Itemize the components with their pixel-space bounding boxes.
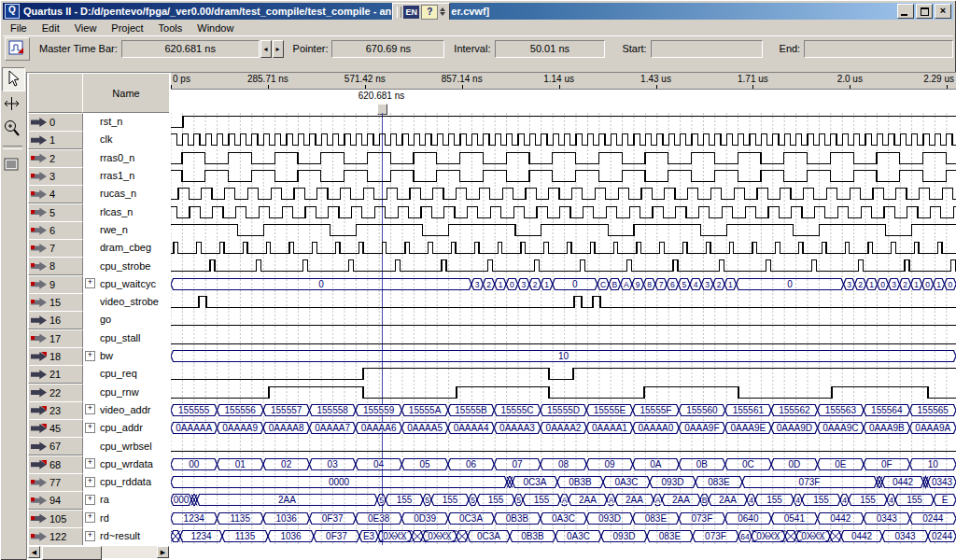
menu-tools[interactable]: Tools xyxy=(151,21,190,35)
signal-number-cell[interactable]: 6 xyxy=(28,221,83,240)
scroll-right-arrow-icon[interactable]: ▶ xyxy=(157,546,169,558)
signal-number-cell[interactable]: 4 xyxy=(28,185,83,203)
signal-number-cell[interactable]: 77 xyxy=(28,473,83,492)
wave-row-cpu_waitcyc[interactable]: 032103210CBA98765432103210321010 xyxy=(171,275,956,294)
signal-row-cpu_req[interactable]: cpu_req xyxy=(83,365,169,382)
signal-row-cpu_rnw[interactable]: cpu_rnw xyxy=(83,384,169,400)
selection-tool-button[interactable] xyxy=(2,67,25,91)
signal-row-rwe_n[interactable]: rwe_n xyxy=(83,221,169,238)
signal-number-cell[interactable]: 2 xyxy=(28,149,83,168)
group-expand-button[interactable]: + xyxy=(85,423,95,433)
signal-row-cpu_wrbsel[interactable]: cpu_wrbsel xyxy=(83,437,169,454)
menu-edit[interactable]: Edit xyxy=(35,21,67,35)
signal-number-cell[interactable]: 9 xyxy=(28,275,83,294)
language-bar-grip[interactable] xyxy=(397,7,401,18)
wave-row-rucas_n[interactable] xyxy=(171,185,956,203)
signal-number-cell[interactable]: 122 xyxy=(28,527,83,545)
signal-row-video_strobe[interactable]: video_strobe xyxy=(83,293,169,310)
wave-row-rras1_n[interactable] xyxy=(171,167,956,186)
signal-row-rd[interactable]: +rd xyxy=(83,510,169,526)
wave-row-go[interactable] xyxy=(171,311,956,329)
signal-row-cpu_strobe[interactable]: cpu_strobe xyxy=(83,257,169,273)
signal-row-rd~result[interactable]: +rd~result xyxy=(83,527,169,544)
master-time-right-arrow[interactable]: ▸ xyxy=(273,40,284,58)
signal-row-cpu_addr[interactable]: +cpu_addr xyxy=(83,419,169,436)
wave-row-cpu_wrdata[interactable]: 000102030405060708090A0B0C0D0E0F10 xyxy=(171,455,956,474)
signal-number-cell[interactable]: 17 xyxy=(28,329,83,348)
wave-row-cpu_rddata[interactable]: 00000C3A0B3B0A3C093D083E073F04420343 xyxy=(171,473,956,492)
waveform-area[interactable]: 0 ps285.71 ns571.42 ns857.14 ns1.14 us1.… xyxy=(171,73,956,545)
wave-row-video_addr[interactable]: 15555515555615555715555815555915555A1555… xyxy=(171,401,956,420)
wave-row-rst_n[interactable] xyxy=(171,113,956,132)
wave-row-cpu_strobe[interactable] xyxy=(171,257,956,275)
signal-number-cell[interactable]: 3 xyxy=(28,167,83,186)
start-field[interactable] xyxy=(651,40,763,58)
group-expand-button[interactable]: + xyxy=(85,351,95,361)
group-expand-button[interactable]: + xyxy=(85,477,95,487)
time-ruler[interactable]: 0 ps285.71 ns571.42 ns857.14 ns1.14 us1.… xyxy=(171,73,956,90)
signal-number-cell[interactable]: 0 xyxy=(28,113,83,132)
signal-number-cell[interactable]: 16 xyxy=(28,311,83,329)
waveform-tool-button[interactable] xyxy=(5,37,30,61)
menu-project[interactable]: Project xyxy=(104,21,150,35)
title-bar[interactable]: Q Quartus II - D:/d/pentevo/fpga/_ver0.0… xyxy=(3,3,953,20)
menu-view[interactable]: View xyxy=(67,21,105,35)
signal-number-cell[interactable]: 94 xyxy=(28,491,83,510)
restore-button[interactable] xyxy=(916,4,933,19)
group-expand-button[interactable]: + xyxy=(85,404,95,414)
scrollbar-thumb[interactable] xyxy=(42,546,102,560)
signal-row-ra[interactable]: +ra xyxy=(83,491,169,508)
wave-row-rwe_n[interactable] xyxy=(171,221,956,240)
signal-number-cell[interactable]: 105 xyxy=(28,510,83,528)
signal-row-rlcas_n[interactable]: rlcas_n xyxy=(83,203,169,220)
name-panel-hscrollbar[interactable]: ◀ ▶ xyxy=(28,546,169,558)
wave-row-rd~result[interactable]: 1234113510360F37E30XXX0XXX0C3A0B3B0A3C09… xyxy=(171,527,956,545)
group-expand-button[interactable]: + xyxy=(85,512,95,523)
wave-row-rras0_n[interactable] xyxy=(171,149,956,168)
wave-row-cpu_req[interactable] xyxy=(171,365,956,384)
group-expand-button[interactable]: + xyxy=(85,495,95,505)
signal-row-video_addr[interactable]: +video_addr xyxy=(83,401,169,418)
time-bar-tool-button[interactable] xyxy=(2,93,23,116)
close-button[interactable]: × xyxy=(935,4,951,19)
signal-row-go[interactable]: go xyxy=(83,311,169,328)
menu-file[interactable]: File xyxy=(3,21,35,35)
signal-row-cpu_stall[interactable]: cpu_stall xyxy=(83,329,169,346)
group-expand-button[interactable]: + xyxy=(85,278,95,288)
wave-row-rd[interactable]: 1234113510360F370E380D390C3A0B3B0A3C093D… xyxy=(171,510,956,528)
signal-row-cpu_waitcyc[interactable]: +cpu_waitcyc xyxy=(83,275,169,292)
signal-number-cell[interactable]: 1 xyxy=(28,131,83,149)
language-options-icon[interactable] xyxy=(440,7,445,16)
master-time-bar-field[interactable]: 620.681 ns xyxy=(121,40,260,58)
wave-row-ra[interactable]: 0002AA5155515551555155A2AAA2AAA2AAB2AA41… xyxy=(171,491,956,510)
master-time-left-arrow[interactable]: ◂ xyxy=(260,40,272,58)
signal-row-cpu_rddata[interactable]: +cpu_rddata xyxy=(83,473,169,490)
signal-number-cell[interactable]: 8 xyxy=(28,257,83,275)
signal-row-rucas_n[interactable]: rucas_n xyxy=(83,185,169,202)
scrollbar-track[interactable] xyxy=(102,546,157,558)
end-field[interactable] xyxy=(804,40,953,58)
wave-row-dram_cbeg[interactable] xyxy=(171,239,956,258)
wave-row-cpu_wrbsel[interactable] xyxy=(171,437,956,455)
signal-number-cell[interactable]: 45 xyxy=(28,419,83,438)
signal-row-rst_n[interactable]: rst_n xyxy=(83,113,169,130)
wave-row-bw[interactable]: 10 xyxy=(171,347,956,366)
signal-number-cell[interactable]: 5 xyxy=(28,203,83,222)
signal-number-cell[interactable]: 68 xyxy=(28,455,83,474)
signal-number-cell[interactable]: 22 xyxy=(28,384,83,402)
wave-row-rlcas_n[interactable] xyxy=(171,203,956,222)
signal-number-cell[interactable]: 7 xyxy=(28,239,83,258)
signal-number-cell[interactable]: 15 xyxy=(28,293,83,312)
signal-row-rras0_n[interactable]: rras0_n xyxy=(83,149,169,166)
signal-row-clk[interactable]: clk xyxy=(83,131,169,147)
group-expand-button[interactable]: + xyxy=(85,458,95,469)
signal-row-bw[interactable]: +bw xyxy=(83,347,169,364)
language-badge[interactable]: EN xyxy=(403,6,419,19)
zoom-tool-button[interactable] xyxy=(2,118,23,140)
language-bar[interactable]: EN ? xyxy=(392,3,450,20)
wave-row-clk[interactable] xyxy=(171,131,956,149)
app-icon[interactable]: Q xyxy=(5,4,20,19)
scroll-left-arrow-icon[interactable]: ◀ xyxy=(28,546,40,558)
group-expand-button[interactable]: + xyxy=(85,531,95,541)
menu-window[interactable]: Window xyxy=(190,21,241,35)
